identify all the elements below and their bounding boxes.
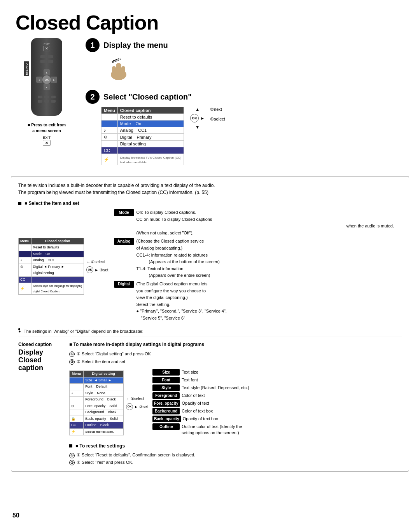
closed-caption-menu-table: MenuClosed caption Reset to defaults Mod… — [101, 107, 184, 165]
select-label-step2: ①select — [210, 117, 225, 122]
digital-bottom-area: MenuDigital setting Size ◄ Small ► Font … — [69, 369, 402, 437]
page-title: Closed Caption — [0, 0, 420, 38]
page-number: 50 — [12, 512, 19, 519]
def-back-opacity: Back. opacity Opacity of text box — [152, 416, 402, 422]
bottom-section: Closed caption DisplayClosedcaption ■ To… — [18, 341, 402, 466]
small-cc-menu-table: MenuClosed caption Reset to defaults Mod… — [18, 238, 84, 295]
sidebar-cc-label: Closed caption — [18, 341, 63, 348]
ok-button-icon: OK — [190, 114, 199, 122]
size-text: Text size — [182, 369, 198, 376]
press-exit-text: ■ Press to exit froma menu screen — [28, 122, 66, 133]
background-badge: Background — [152, 408, 180, 414]
def-background: Background Color of text box — [152, 408, 402, 414]
style-badge: Style — [152, 384, 180, 391]
size-badge: Size — [152, 369, 180, 376]
step2-circle: 2 — [86, 90, 100, 104]
def-style: Style Text style (Raised, Depressed, etc… — [152, 384, 402, 391]
analog-badge: Analog — [114, 238, 134, 245]
nav-ok-area: ▲ OK ► ▼ — [190, 107, 205, 129]
analog-note: ● The settings in "Analog" or "Digital" … — [18, 328, 402, 335]
cc-menu-display: MenuClosed caption Reset to defaults Mod… — [101, 107, 404, 165]
foreground-badge: Foreground — [152, 392, 180, 399]
select-set-area: MenuClosed caption Reset to defaults Mod… — [18, 209, 402, 323]
intro-line2: The program being viewed must be transmi… — [18, 189, 402, 196]
sidebar-labels: Closed caption DisplayClosedcaption — [18, 341, 63, 466]
digital-nav: ←①select OK ► ②set — [126, 396, 148, 410]
reset-section: ■ To reset the settings ① ① Select "Rese… — [69, 442, 402, 466]
small-ok-icon: OK — [86, 266, 93, 273]
definitions-area: Mode On: To display Closed captions. CC … — [114, 209, 402, 323]
digital-section: ■ To make more in-depth display settings… — [69, 341, 402, 466]
digital-definitions: Size Text size Font Text font Style Text… — [152, 369, 402, 437]
nav-labels: ②next ①select — [210, 107, 225, 122]
menu-hand-icon: MENU — [105, 55, 404, 84]
def-font: Font Text font — [152, 377, 402, 383]
intro-line1: The television includes a built-in decod… — [18, 182, 402, 189]
foreground-text: Color of text — [182, 392, 205, 399]
outline-badge: Outline — [152, 423, 180, 430]
step2-block: 2 Select "Closed caption" MenuClosed cap… — [86, 90, 404, 165]
analog-text: (Choose the Closed caption service of An… — [136, 238, 402, 279]
fore-opacity-badge: Fore. opacity — [152, 400, 180, 407]
svg-rect-3 — [121, 66, 125, 75]
exit-bottom: EXIT ✕ — [43, 135, 51, 146]
step1-circle: 1 — [86, 38, 100, 52]
small-nav-area: ← ①select OK ► ②set — [86, 259, 108, 273]
main-content-box: The television includes a built-in decod… — [11, 176, 409, 472]
style-text: Text style (Raised, Depressed, etc.) — [182, 384, 249, 391]
reset-header: ■ To reset the settings — [69, 442, 402, 450]
step1-block: 1 Display the menu MENU — [86, 38, 404, 84]
def-fore-opacity: Fore. opacity Opacity of text — [152, 400, 402, 407]
mode-text: On: To display Closed captions. CC on mu… — [136, 209, 402, 236]
digital-badge: Digital — [114, 281, 134, 288]
digital-ok-icon: OK — [126, 403, 133, 410]
mode-badge: Mode — [114, 209, 134, 216]
step2-title: Select "Closed caption" — [103, 93, 192, 101]
content-intro: The television includes a built-in decod… — [18, 182, 402, 196]
def-digital: Digital (The Digital Closed caption menu… — [114, 281, 402, 322]
background-text: Color of text box — [182, 408, 213, 414]
font-text: Text font — [182, 377, 198, 383]
step1-title: Display the menu — [103, 41, 168, 50]
svg-text:MENU: MENU — [111, 57, 121, 64]
def-foreground: Foreground Color of text — [152, 392, 402, 399]
digital-text: (The Digital Closed caption menu lets yo… — [136, 281, 402, 322]
svg-rect-1 — [116, 63, 121, 76]
reset-steps: ① ① Select "Reset to defaults". Confirma… — [69, 451, 402, 466]
def-mode: Mode On: To display Closed captions. CC … — [114, 209, 402, 236]
next-label: ②next — [210, 107, 225, 112]
digital-setting-table: MenuDigital setting Size ◄ Small ► Font … — [69, 370, 124, 435]
back-opacity-text: Opacity of text box — [183, 416, 218, 422]
outline-text: Outline color of text (Identify thesetti… — [182, 423, 242, 436]
sidebar-display-label: DisplayClosedcaption — [18, 349, 63, 372]
font-badge: Font — [152, 377, 180, 383]
digital-menu-area: MenuDigital setting Size ◄ Small ► Font … — [69, 369, 148, 437]
digital-steps: ① ① Select "Digital setting" and press O… — [69, 350, 402, 366]
def-analog: Analog (Choose the Closed caption servic… — [114, 238, 402, 279]
select-item-header: ■ Select the item and set — [18, 200, 402, 207]
small-menu-area: MenuClosed caption Reset to defaults Mod… — [18, 209, 108, 323]
remote-control-image: MENU EXIT ✕ ▲ ▼ ◄ — [16, 38, 78, 171]
back-opacity-badge: Back. opacity — [152, 416, 180, 422]
def-outline: Outline Outline color of text (Identify … — [152, 423, 402, 436]
digital-section-header: ■ To make more in-depth display settings… — [69, 341, 402, 348]
svg-rect-2 — [112, 66, 116, 75]
def-size: Size Text size — [152, 369, 402, 376]
fore-opacity-text: Opacity of text — [182, 400, 209, 407]
